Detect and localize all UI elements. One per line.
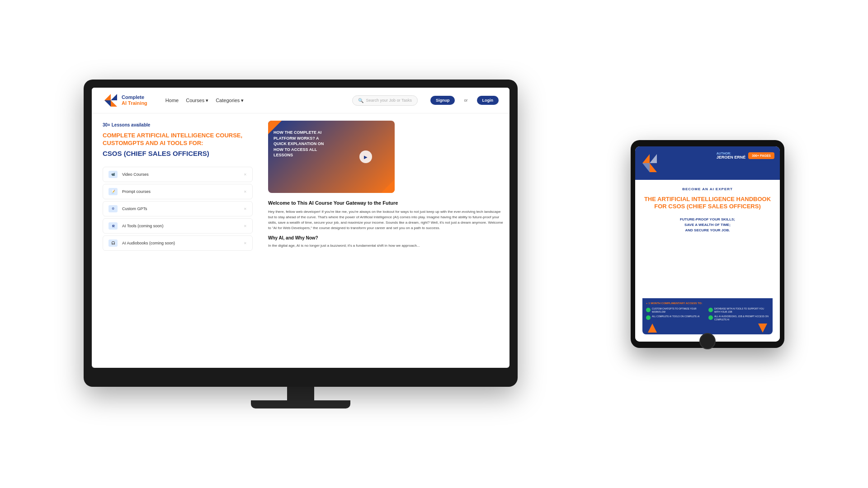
tablet-home-button[interactable] bbox=[699, 333, 716, 349]
deco-triangle-left bbox=[648, 324, 657, 333]
become-expert-label: BECOME AN AI EXPERT bbox=[682, 187, 733, 191]
video-thumbnail[interactable]: HOW THE COMPLETE AI PLATFORM WORKS? A QU… bbox=[268, 121, 395, 193]
monitor-wrapper: Complete AI Training Home Courses ▾ Cate… bbox=[84, 80, 518, 408]
svg-marker-6 bbox=[642, 163, 650, 172]
svg-marker-7 bbox=[650, 163, 657, 172]
login-button[interactable]: Login bbox=[477, 96, 499, 105]
search-placeholder-text: Search your Job or Tasks bbox=[366, 98, 412, 103]
svg-marker-5 bbox=[650, 154, 657, 163]
deco-br bbox=[381, 179, 395, 193]
tablet-subtitle: FUTURE-PROOF YOUR SKILLS; SAVE A WEALTH … bbox=[680, 217, 735, 233]
logo-line1: Complete bbox=[122, 94, 147, 100]
tablet-screen: AUTHOR: JEROEN ERNÉ 300+ PAGES BECOME AN… bbox=[635, 146, 780, 342]
access-label: + 1 MONTH COMPLIMENTARY ACCESS TO: bbox=[646, 302, 769, 305]
feature-3: ALL COMPLETE AI TOOLS ON COMPLETE.AI bbox=[652, 315, 700, 318]
left-panel: 30+ Lessons available COMPLETE ARTIFICIA… bbox=[92, 113, 264, 368]
sidebar-item-audiobooks[interactable]: 🎧 AI Audiobooks (coming soon) ✕ bbox=[103, 235, 253, 251]
svg-marker-8 bbox=[648, 324, 657, 333]
nav-links: Home Courses ▾ Categories ▾ bbox=[165, 98, 244, 103]
content-paragraph-1: Hey there, fellow web developer! If you'… bbox=[268, 209, 505, 231]
svg-marker-0 bbox=[104, 94, 111, 100]
tablet: AUTHOR: JEROEN ERNÉ 300+ PAGES BECOME AN… bbox=[631, 140, 784, 348]
close-icon[interactable]: ✕ bbox=[244, 173, 247, 177]
sidebar-item-label: Custom GPTs bbox=[122, 206, 147, 211]
play-button[interactable]: ▶ bbox=[359, 150, 372, 163]
close-icon-5[interactable]: ✕ bbox=[244, 241, 247, 245]
nav-courses-label: Courses bbox=[186, 98, 204, 103]
feature-1: CUSTOM CHATGPTS TO OPTIMIZE YOUR WORKFLO… bbox=[652, 307, 707, 313]
chevron-down-icon-2: ▾ bbox=[241, 98, 244, 103]
sidebar-items: 📹 Video Courses ✕ 📝 Prompt courses ✕ ⚙ bbox=[103, 167, 253, 251]
sidebar-item-prompt-courses[interactable]: 📝 Prompt courses ✕ bbox=[103, 184, 253, 199]
video-overlay-text: HOW THE COMPLETE AI PLATFORM WORKS? A QU… bbox=[274, 130, 328, 158]
site-nav: Complete AI Training Home Courses ▾ Cate… bbox=[92, 88, 509, 113]
or-label: or bbox=[464, 98, 467, 103]
site-main: 30+ Lessons available COMPLETE ARTIFICIA… bbox=[92, 113, 509, 368]
logo-icon bbox=[103, 92, 119, 108]
close-icon-2[interactable]: ✕ bbox=[244, 190, 247, 194]
custom-gpts-icon: ⚙ bbox=[108, 205, 118, 212]
deco-triangle-right bbox=[758, 324, 767, 333]
nav-courses[interactable]: Courses ▾ bbox=[186, 98, 208, 103]
monitor-screen: Complete AI Training Home Courses ▾ Cate… bbox=[92, 88, 509, 368]
author-name: JEROEN ERNÉ bbox=[717, 155, 746, 160]
lessons-badge: 30+ Lessons available bbox=[103, 122, 253, 127]
sidebar-item-custom-gpts[interactable]: ⚙ Custom GPTs ✕ bbox=[103, 201, 253, 216]
nav-categories[interactable]: Categories ▾ bbox=[216, 98, 244, 103]
right-panel: HOW THE COMPLETE AI PLATFORM WORKS? A QU… bbox=[264, 113, 509, 368]
chevron-down-icon: ▾ bbox=[206, 98, 208, 103]
monitor-neck bbox=[287, 387, 314, 400]
content-text: Welcome to This AI Course Your Gateway t… bbox=[264, 200, 509, 258]
tablet-content: BECOME AN AI EXPERT THE ARTIFICIAL INTEL… bbox=[635, 180, 780, 342]
sidebar-item-label: AI Tools (coming soon) bbox=[122, 224, 163, 228]
logo-area: Complete AI Training bbox=[103, 92, 147, 108]
svg-marker-2 bbox=[104, 100, 111, 107]
svg-marker-1 bbox=[111, 94, 117, 100]
sidebar-item-ai-tools[interactable]: 🛠 AI Tools (coming soon) ✕ bbox=[103, 218, 253, 234]
content-subheading: Why AI, and Why Now? bbox=[268, 235, 505, 240]
author-label: AUTHOR: bbox=[717, 152, 746, 155]
pages-badge: 300+ PAGES bbox=[748, 152, 774, 159]
sidebar-item-label: Prompt courses bbox=[122, 189, 151, 194]
nav-categories-label: Categories bbox=[216, 98, 240, 103]
ai-tools-icon: 🛠 bbox=[108, 222, 118, 230]
tablet-logo-icon bbox=[641, 152, 659, 174]
close-icon-3[interactable]: ✕ bbox=[244, 207, 247, 211]
hero-title-blue: CSOS (CHIEF SALES OFFICERS) bbox=[103, 149, 253, 158]
signup-button[interactable]: Signup bbox=[430, 96, 455, 105]
tablet-main-title: THE ARTIFICIAL INTELLIGENCE HANDBOOK FOR… bbox=[642, 196, 773, 211]
sidebar-item-label: AI Audiobooks (coming soon) bbox=[122, 241, 175, 245]
scene: Complete AI Training Home Courses ▾ Cate… bbox=[0, 0, 868, 488]
video-courses-icon: 📹 bbox=[108, 171, 118, 178]
nav-search-bar[interactable]: 🔍 Search your Job or Tasks bbox=[352, 95, 418, 106]
feature-4: ALL AI AUDIOBOOKS, JOB & PROMPT ACCESS O… bbox=[714, 315, 769, 321]
tablet-header: AUTHOR: JEROEN ERNÉ 300+ PAGES bbox=[635, 146, 780, 180]
search-icon: 🔍 bbox=[358, 98, 363, 103]
nav-home[interactable]: Home bbox=[165, 98, 179, 103]
logo-text: Complete AI Training bbox=[122, 94, 147, 106]
sidebar-item-video-courses[interactable]: 📹 Video Courses ✕ bbox=[103, 167, 253, 182]
monitor: Complete AI Training Home Courses ▾ Cate… bbox=[84, 80, 518, 387]
close-icon-4[interactable]: ✕ bbox=[244, 224, 247, 228]
svg-marker-4 bbox=[642, 154, 650, 163]
monitor-base bbox=[251, 400, 350, 408]
svg-marker-3 bbox=[111, 100, 117, 107]
audiobooks-icon: 🎧 bbox=[108, 239, 118, 247]
tablet-wrapper: AUTHOR: JEROEN ERNÉ 300+ PAGES BECOME AN… bbox=[631, 140, 784, 348]
content-heading: Welcome to This AI Course Your Gateway t… bbox=[268, 200, 505, 206]
prompt-courses-icon: 📝 bbox=[108, 188, 118, 195]
hero-title-orange: COMPLETE ARTIFICIAL INTELLIGENCE COURSE,… bbox=[103, 132, 253, 147]
content-paragraph-2: In the digital age, AI is no longer just… bbox=[268, 243, 505, 249]
svg-marker-9 bbox=[758, 324, 767, 333]
logo-line2: AI Training bbox=[122, 100, 147, 106]
sidebar-item-label: Video Courses bbox=[122, 172, 149, 177]
feature-2: DATABASE WITH AI TOOLS TO SUPPORT YOU WI… bbox=[714, 307, 769, 313]
